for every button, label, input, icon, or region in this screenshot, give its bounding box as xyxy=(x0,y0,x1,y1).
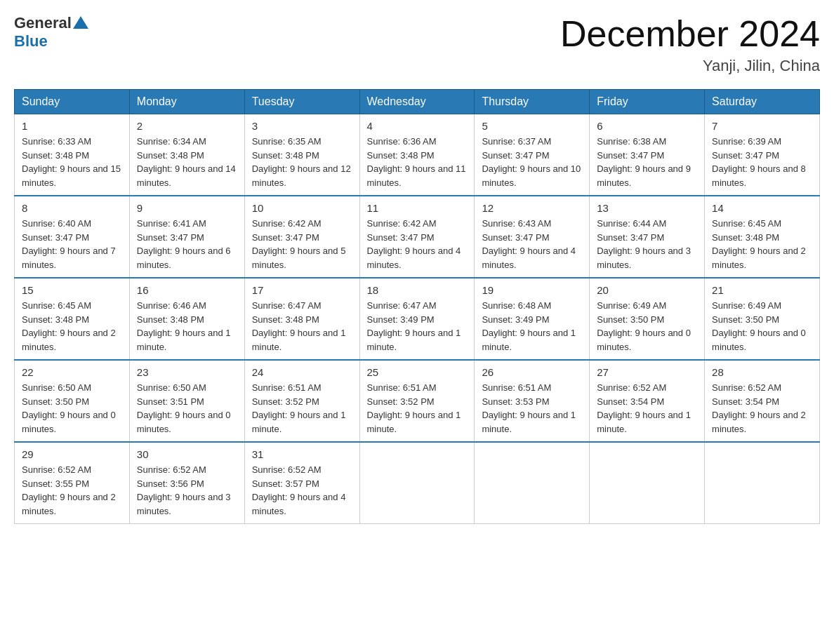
table-row: 12 Sunrise: 6:43 AM Sunset: 3:47 PM Dayl… xyxy=(475,196,590,278)
day-number: 6 xyxy=(597,120,697,132)
day-info: Sunrise: 6:52 AM Sunset: 3:54 PM Dayligh… xyxy=(597,381,697,436)
day-info: Sunrise: 6:48 AM Sunset: 3:49 PM Dayligh… xyxy=(482,299,582,354)
table-row: 26 Sunrise: 6:51 AM Sunset: 3:53 PM Dayl… xyxy=(475,360,590,442)
day-info: Sunrise: 6:39 AM Sunset: 3:47 PM Dayligh… xyxy=(712,135,812,189)
table-row xyxy=(590,442,705,524)
day-number: 28 xyxy=(712,366,812,378)
table-row: 24 Sunrise: 6:51 AM Sunset: 3:52 PM Dayl… xyxy=(244,360,359,442)
calendar-week-row: 1 Sunrise: 6:33 AM Sunset: 3:48 PM Dayli… xyxy=(15,114,820,196)
table-row xyxy=(705,442,820,524)
table-row: 14 Sunrise: 6:45 AM Sunset: 3:48 PM Dayl… xyxy=(705,196,820,278)
table-row: 16 Sunrise: 6:46 AM Sunset: 3:48 PM Dayl… xyxy=(129,278,244,360)
day-number: 1 xyxy=(22,120,122,132)
table-row: 5 Sunrise: 6:37 AM Sunset: 3:47 PM Dayli… xyxy=(475,114,590,196)
day-number: 15 xyxy=(22,284,122,296)
day-info: Sunrise: 6:43 AM Sunset: 3:47 PM Dayligh… xyxy=(482,217,582,271)
day-number: 16 xyxy=(137,284,237,296)
day-number: 25 xyxy=(367,366,468,378)
table-row: 4 Sunrise: 6:36 AM Sunset: 3:48 PM Dayli… xyxy=(359,114,475,196)
day-number: 18 xyxy=(367,284,468,296)
day-info: Sunrise: 6:51 AM Sunset: 3:52 PM Dayligh… xyxy=(367,381,468,436)
table-row xyxy=(475,442,590,524)
day-number: 31 xyxy=(252,448,352,460)
day-info: Sunrise: 6:44 AM Sunset: 3:47 PM Dayligh… xyxy=(597,217,697,271)
table-row: 25 Sunrise: 6:51 AM Sunset: 3:52 PM Dayl… xyxy=(359,360,475,442)
title-section: December 2024 Yanji, Jilin, China xyxy=(560,14,820,75)
day-number: 4 xyxy=(367,120,468,132)
day-info: Sunrise: 6:37 AM Sunset: 3:47 PM Dayligh… xyxy=(482,135,582,189)
col-friday: Friday xyxy=(590,90,705,114)
day-number: 30 xyxy=(137,448,237,460)
day-info: Sunrise: 6:49 AM Sunset: 3:50 PM Dayligh… xyxy=(712,299,812,354)
table-row: 17 Sunrise: 6:47 AM Sunset: 3:48 PM Dayl… xyxy=(244,278,359,360)
table-row: 18 Sunrise: 6:47 AM Sunset: 3:49 PM Dayl… xyxy=(359,278,475,360)
table-row: 11 Sunrise: 6:42 AM Sunset: 3:47 PM Dayl… xyxy=(359,196,475,278)
table-row: 20 Sunrise: 6:49 AM Sunset: 3:50 PM Dayl… xyxy=(590,278,705,360)
day-info: Sunrise: 6:52 AM Sunset: 3:55 PM Dayligh… xyxy=(22,463,122,518)
logo-triangle-icon xyxy=(73,15,88,30)
day-info: Sunrise: 6:47 AM Sunset: 3:49 PM Dayligh… xyxy=(367,299,468,354)
table-row: 28 Sunrise: 6:52 AM Sunset: 3:54 PM Dayl… xyxy=(705,360,820,442)
day-info: Sunrise: 6:47 AM Sunset: 3:48 PM Dayligh… xyxy=(252,299,352,354)
day-info: Sunrise: 6:42 AM Sunset: 3:47 PM Dayligh… xyxy=(252,217,352,271)
day-number: 27 xyxy=(597,366,697,378)
table-row: 21 Sunrise: 6:49 AM Sunset: 3:50 PM Dayl… xyxy=(705,278,820,360)
day-number: 2 xyxy=(137,120,237,132)
day-number: 13 xyxy=(597,202,697,214)
logo-general-text: General xyxy=(14,14,72,32)
day-info: Sunrise: 6:52 AM Sunset: 3:56 PM Dayligh… xyxy=(137,463,237,518)
col-wednesday: Wednesday xyxy=(359,90,475,114)
day-info: Sunrise: 6:50 AM Sunset: 3:51 PM Dayligh… xyxy=(137,381,237,436)
calendar-week-row: 15 Sunrise: 6:45 AM Sunset: 3:48 PM Dayl… xyxy=(15,278,820,360)
day-info: Sunrise: 6:51 AM Sunset: 3:52 PM Dayligh… xyxy=(252,381,352,436)
table-row: 23 Sunrise: 6:50 AM Sunset: 3:51 PM Dayl… xyxy=(129,360,244,442)
calendar-header-row: Sunday Monday Tuesday Wednesday Thursday… xyxy=(15,90,820,114)
day-info: Sunrise: 6:50 AM Sunset: 3:50 PM Dayligh… xyxy=(22,381,122,436)
table-row: 30 Sunrise: 6:52 AM Sunset: 3:56 PM Dayl… xyxy=(129,442,244,524)
table-row: 27 Sunrise: 6:52 AM Sunset: 3:54 PM Dayl… xyxy=(590,360,705,442)
table-row: 22 Sunrise: 6:50 AM Sunset: 3:50 PM Dayl… xyxy=(15,360,130,442)
col-sunday: Sunday xyxy=(15,90,130,114)
day-number: 8 xyxy=(22,202,122,214)
day-info: Sunrise: 6:42 AM Sunset: 3:47 PM Dayligh… xyxy=(367,217,468,271)
day-number: 29 xyxy=(22,448,122,460)
day-number: 14 xyxy=(712,202,812,214)
day-number: 11 xyxy=(367,202,468,214)
table-row: 13 Sunrise: 6:44 AM Sunset: 3:47 PM Dayl… xyxy=(590,196,705,278)
table-row: 31 Sunrise: 6:52 AM Sunset: 3:57 PM Dayl… xyxy=(244,442,359,524)
table-row: 10 Sunrise: 6:42 AM Sunset: 3:47 PM Dayl… xyxy=(244,196,359,278)
page-header: General Blue December 2024 Yanji, Jilin,… xyxy=(14,14,820,75)
day-info: Sunrise: 6:46 AM Sunset: 3:48 PM Dayligh… xyxy=(137,299,237,354)
day-info: Sunrise: 6:52 AM Sunset: 3:54 PM Dayligh… xyxy=(712,381,812,436)
day-info: Sunrise: 6:52 AM Sunset: 3:57 PM Dayligh… xyxy=(252,463,352,518)
day-info: Sunrise: 6:35 AM Sunset: 3:48 PM Dayligh… xyxy=(252,135,352,189)
calendar-week-row: 29 Sunrise: 6:52 AM Sunset: 3:55 PM Dayl… xyxy=(15,442,820,524)
table-row: 8 Sunrise: 6:40 AM Sunset: 3:47 PM Dayli… xyxy=(15,196,130,278)
calendar-table: Sunday Monday Tuesday Wednesday Thursday… xyxy=(14,89,820,524)
day-number: 24 xyxy=(252,366,352,378)
day-info: Sunrise: 6:45 AM Sunset: 3:48 PM Dayligh… xyxy=(22,299,122,354)
month-title: December 2024 xyxy=(560,14,820,54)
col-saturday: Saturday xyxy=(705,90,820,114)
day-number: 19 xyxy=(482,284,582,296)
day-info: Sunrise: 6:34 AM Sunset: 3:48 PM Dayligh… xyxy=(137,135,237,189)
day-number: 3 xyxy=(252,120,352,132)
day-info: Sunrise: 6:38 AM Sunset: 3:47 PM Dayligh… xyxy=(597,135,697,189)
day-info: Sunrise: 6:51 AM Sunset: 3:53 PM Dayligh… xyxy=(482,381,582,436)
day-number: 20 xyxy=(597,284,697,296)
table-row: 15 Sunrise: 6:45 AM Sunset: 3:48 PM Dayl… xyxy=(15,278,130,360)
day-number: 21 xyxy=(712,284,812,296)
day-info: Sunrise: 6:40 AM Sunset: 3:47 PM Dayligh… xyxy=(22,217,122,271)
day-number: 12 xyxy=(482,202,582,214)
calendar-week-row: 22 Sunrise: 6:50 AM Sunset: 3:50 PM Dayl… xyxy=(15,360,820,442)
table-row: 7 Sunrise: 6:39 AM Sunset: 3:47 PM Dayli… xyxy=(705,114,820,196)
day-info: Sunrise: 6:36 AM Sunset: 3:48 PM Dayligh… xyxy=(367,135,468,189)
table-row: 9 Sunrise: 6:41 AM Sunset: 3:47 PM Dayli… xyxy=(129,196,244,278)
day-number: 9 xyxy=(137,202,237,214)
col-thursday: Thursday xyxy=(475,90,590,114)
day-number: 23 xyxy=(137,366,237,378)
table-row: 1 Sunrise: 6:33 AM Sunset: 3:48 PM Dayli… xyxy=(15,114,130,196)
svg-marker-0 xyxy=(73,16,88,29)
logo: General Blue xyxy=(14,14,88,51)
table-row: 3 Sunrise: 6:35 AM Sunset: 3:48 PM Dayli… xyxy=(244,114,359,196)
